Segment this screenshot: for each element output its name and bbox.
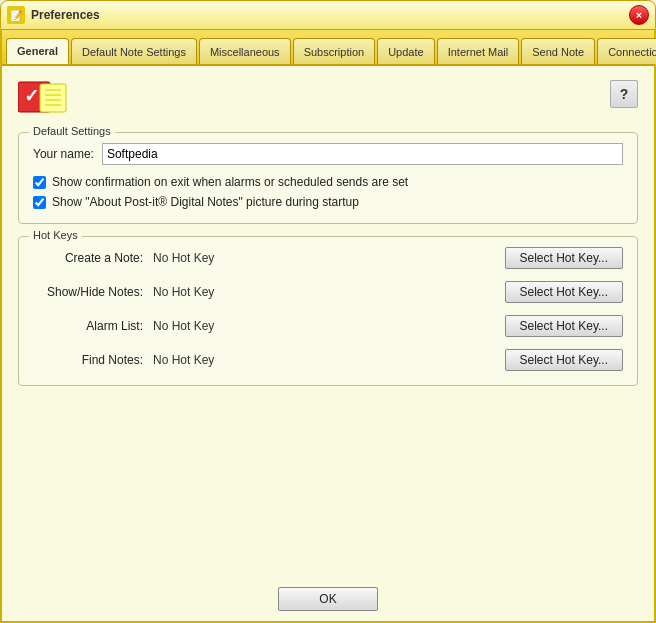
svg-text:✓: ✓	[24, 86, 39, 106]
tab-miscellaneous[interactable]: Miscellaneous	[199, 38, 291, 64]
close-button[interactable]: ×	[629, 5, 649, 25]
checkbox2-input[interactable]	[33, 196, 46, 209]
hotkey-create-note-row: Create a Note: No Hot Key Select Hot Key…	[33, 247, 623, 269]
hotkey-show-hide-notes-button[interactable]: Select Hot Key...	[505, 281, 623, 303]
hotkey-find-notes-row: Find Notes: No Hot Key Select Hot Key...	[33, 349, 623, 371]
hotkey-alarm-list-row: Alarm List: No Hot Key Select Hot Key...	[33, 315, 623, 337]
tab-update[interactable]: Update	[377, 38, 434, 64]
tab-internet-mail[interactable]: Internet Mail	[437, 38, 520, 64]
help-button[interactable]: ?	[610, 80, 638, 108]
tab-general[interactable]: General	[6, 38, 69, 64]
hotkey-alarm-list-button[interactable]: Select Hot Key...	[505, 315, 623, 337]
default-settings-title: Default Settings	[29, 125, 115, 137]
hotkey-show-hide-notes-label: Show/Hide Notes:	[33, 285, 153, 299]
app-title-icon: 📝	[7, 6, 25, 24]
hotkey-create-note-value: No Hot Key	[153, 251, 253, 265]
default-settings-group: Default Settings Your name: Show confirm…	[18, 132, 638, 224]
hotkey-find-notes-button[interactable]: Select Hot Key...	[505, 349, 623, 371]
ok-button[interactable]: OK	[278, 587, 377, 611]
hotkey-create-note-button[interactable]: Select Hot Key...	[505, 247, 623, 269]
hotkey-find-notes-label: Find Notes:	[33, 353, 153, 367]
tab-send-note[interactable]: Send Note	[521, 38, 595, 64]
hotkey-alarm-list-value: No Hot Key	[153, 319, 253, 333]
sticky-note-icon: ✓	[18, 80, 68, 116]
title-bar: 📝 Preferences ×	[0, 0, 656, 30]
content-area: ✓ ? Default Settings Your name: Show con…	[2, 66, 654, 577]
window-title: Preferences	[31, 8, 100, 22]
hotkey-create-note-label: Create a Note:	[33, 251, 153, 265]
hotkey-alarm-list-label: Alarm List:	[33, 319, 153, 333]
checkbox1-label: Show confirmation on exit when alarms or…	[52, 175, 408, 189]
hotkey-find-notes-value: No Hot Key	[153, 353, 253, 367]
checkbox1-input[interactable]	[33, 176, 46, 189]
your-name-row: Your name:	[33, 143, 623, 165]
your-name-input[interactable]	[102, 143, 623, 165]
tab-default-note-settings[interactable]: Default Note Settings	[71, 38, 197, 64]
app-icon-group: ✓	[18, 80, 68, 116]
tab-bar: General Default Note Settings Miscellane…	[2, 30, 654, 66]
your-name-label: Your name:	[33, 147, 94, 161]
hot-keys-title: Hot Keys	[29, 229, 82, 241]
top-icon-area: ✓ ?	[18, 80, 638, 116]
checkbox1-row: Show confirmation on exit when alarms or…	[33, 175, 623, 189]
tab-connections[interactable]: Connections	[597, 38, 656, 64]
hotkey-show-hide-notes-row: Show/Hide Notes: No Hot Key Select Hot K…	[33, 281, 623, 303]
tab-subscription[interactable]: Subscription	[293, 38, 376, 64]
hot-keys-group: Hot Keys Create a Note: No Hot Key Selec…	[18, 236, 638, 386]
svg-rect-2	[40, 84, 66, 112]
title-bar-left: 📝 Preferences	[7, 6, 100, 24]
checkbox2-row: Show "About Post-it® Digital Notes" pict…	[33, 195, 623, 209]
footer: OK	[2, 577, 654, 621]
hotkey-show-hide-notes-value: No Hot Key	[153, 285, 253, 299]
checkbox2-label: Show "About Post-it® Digital Notes" pict…	[52, 195, 359, 209]
main-window: General Default Note Settings Miscellane…	[0, 30, 656, 623]
